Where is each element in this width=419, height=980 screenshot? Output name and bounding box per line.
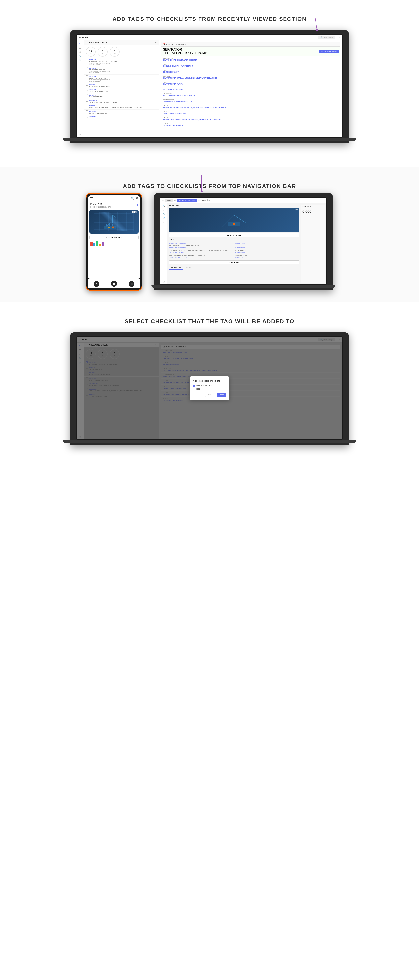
sidebar-icon-grid[interactable]: ⊞ bbox=[80, 134, 81, 135]
doc-item[interactable]: DN22-04-LXX bbox=[234, 242, 300, 246]
add-to-checklist-button[interactable]: Add this tag to checklist bbox=[319, 50, 339, 53]
list-item[interactable]: 21VX0001 bbox=[84, 115, 159, 119]
rv-item[interactable]: OIL FLOW OIL TRANSFER STREAM 1 PROVER OU… bbox=[161, 74, 340, 80]
sidebar-icon-doc[interactable]: 📄 bbox=[79, 59, 81, 62]
doc-item[interactable]: DN22-SM-E-IU-0007-C2 ELECTRICAL INTERCON… bbox=[169, 247, 234, 251]
rv-item[interactable]: VALVE NPS4 LARGE GLOBE VALVE, CLASS 600,… bbox=[161, 116, 340, 122]
phone-content: 21HV1027 OIL TRANS LN B (M320) + M320 bbox=[88, 201, 140, 248]
modal-checkbox-area-check[interactable]: ✓ Area M320 Check bbox=[193, 384, 226, 387]
close-icon[interactable]: × bbox=[338, 36, 340, 39]
rv-item-first[interactable]: SEPARATOR TEST SEPARATOR OIL PUMP Add th… bbox=[161, 46, 340, 56]
sidebar2-icon5[interactable]: ⚙ bbox=[163, 221, 164, 224]
sidebar-icon-tc[interactable]: 🔧 bbox=[79, 55, 81, 57]
modal-overlay[interactable]: Add to selected checklists ✓ Area M320 C… bbox=[76, 337, 343, 439]
doc-item[interactable]: DN22-0001 bbox=[234, 256, 300, 259]
hamburger-icon[interactable]: ≡ bbox=[79, 36, 81, 39]
rv-category: PUMP bbox=[163, 81, 339, 83]
nav-tag-id[interactable]: 20N0001 bbox=[164, 199, 173, 202]
rv-name: SWITCHBOARD GENERATOR INCOMER bbox=[163, 59, 339, 61]
phone-back-btn[interactable]: ◀ bbox=[94, 281, 99, 287]
modal-done-button[interactable]: Done bbox=[217, 393, 226, 397]
list-item[interactable]: 20N0400-07 SWITCHBOARD GENERATOR INCOMER bbox=[84, 99, 159, 104]
phone-hamburger[interactable] bbox=[90, 197, 93, 199]
rv-item[interactable]: LAUNCHER TRANSFER PIPELINE PIG LAUNCHER bbox=[161, 92, 340, 98]
checkbox[interactable] bbox=[86, 84, 88, 86]
modal-cancel-button[interactable]: Cancel bbox=[205, 393, 215, 397]
doc-item[interactable]: DN22-SM-R-DS-2003 MECHANICAL DATA SHEET:… bbox=[169, 252, 234, 256]
phone-home-btn[interactable]: ⬤ bbox=[111, 281, 117, 287]
rv-item[interactable]: PUMP OIL PUMP DISCHARGE bbox=[161, 122, 340, 128]
modal-checkbox-2[interactable] bbox=[193, 388, 195, 390]
svg-rect-2 bbox=[100, 221, 128, 221]
rv-category: PKG bbox=[163, 87, 339, 89]
list-item[interactable]: 13B01323 G1 WTR INJ DHOLE VLV bbox=[84, 110, 159, 115]
doc-desc: MECHANICAL DATA SHEET: TEST SEPARATOR OI… bbox=[169, 255, 234, 256]
nav-plus-icon[interactable]: + bbox=[198, 199, 199, 202]
checkbox[interactable] bbox=[86, 75, 88, 77]
list-item[interactable]: 21PT1019 LAUN TO OIL TRANS LN B bbox=[84, 88, 159, 94]
tab-images[interactable]: IMAGES bbox=[183, 266, 193, 270]
phone-see-3d-button[interactable]: SEE 3D MODEL bbox=[89, 235, 139, 239]
rv-item[interactable]: COMPRESSOR Vilkropen Item 2 Liftkompress… bbox=[161, 98, 340, 104]
sidebar2-icon2[interactable]: ⬡ bbox=[163, 209, 164, 211]
rv-item[interactable]: LINE LAUN TO OIL TRANS LN B bbox=[161, 110, 340, 116]
nav-hamburger[interactable]: ≡ bbox=[162, 199, 164, 202]
sidebar2-icon-bottom[interactable]: ⊞ bbox=[163, 281, 164, 283]
list-item[interactable]: 21PT1021 OILGAS PEN A TO DO cornel.beren… bbox=[84, 67, 159, 75]
doc-item[interactable]: DN22-S10419 LIFTING BEAM 0 bbox=[234, 247, 300, 251]
doc-item[interactable]: DN22-SM-PVB-2003-C1 PROCESS P&ID TEST SE… bbox=[169, 242, 234, 246]
list-item[interactable]: 21PT1017 TRANSFER PIPELINE PIG LAUNCHER … bbox=[84, 58, 159, 67]
sidebar2-icon3[interactable]: 🔧 bbox=[163, 213, 165, 215]
modal-checkbox-1[interactable]: ✓ bbox=[193, 385, 195, 387]
svg-line-4 bbox=[113, 215, 120, 221]
list-item[interactable]: 31GB1016 NPS4 LARGE GLOBE VALVE, CLASS 6… bbox=[84, 104, 159, 110]
checkbox[interactable] bbox=[86, 94, 88, 96]
doc-item[interactable]: DN22-SM-S-KE-C121-C1 bbox=[169, 256, 234, 259]
view-docs-button[interactable]: VIEW DOCS bbox=[169, 260, 300, 264]
list-item[interactable]: 20N0001 TEST SEPARATOR OIL PUMP bbox=[84, 83, 159, 88]
nav-dots: ••• bbox=[174, 199, 176, 201]
model-title: 3D MODEL bbox=[169, 205, 300, 207]
checkbox[interactable] bbox=[86, 116, 88, 118]
phone-add-icon[interactable]: + bbox=[137, 203, 139, 207]
checkbox[interactable] bbox=[86, 110, 88, 112]
rv-item[interactable]: PKG OIL TRANS MTRO PKG bbox=[161, 86, 340, 92]
checklist-menu[interactable]: ••• bbox=[155, 41, 157, 44]
checkbox[interactable] bbox=[86, 67, 88, 69]
back-arrow[interactable]: ← bbox=[86, 41, 88, 44]
search-bar[interactable]: 🔍 Search tags bbox=[318, 36, 335, 39]
rv-item[interactable]: PUMP COOLING OIL CIRC. PUMP MOTOR bbox=[161, 62, 340, 68]
checkbox[interactable] bbox=[86, 105, 88, 107]
chart-bar-2 bbox=[93, 243, 96, 246]
checkbox[interactable] bbox=[86, 59, 88, 61]
doc-id: DN22-SM-S-KE-C121-C1 bbox=[169, 256, 234, 258]
sidebar-icon-tag[interactable]: 🏷 bbox=[79, 42, 81, 45]
sidebar2-icon4[interactable]: 📄 bbox=[163, 217, 165, 220]
sidebar-icon-list[interactable]: ☰ bbox=[79, 47, 81, 49]
rv-item[interactable]: PUMP OIL TRANSFER PUMP A bbox=[161, 80, 340, 86]
list-item[interactable]: 21PT1006 OIL TRANS MTRO PKG cornel.beren… bbox=[84, 75, 159, 83]
search-icon: 🔍 bbox=[320, 37, 322, 38]
checkbox[interactable] bbox=[86, 89, 88, 91]
phone-recent-btn[interactable]: ⬛ bbox=[129, 281, 134, 287]
see-3d-button[interactable]: SEE 3D MODEL bbox=[169, 233, 300, 237]
sidebar-icon-cube[interactable]: ⬡ bbox=[79, 51, 81, 53]
rv-item[interactable]: VALVE NPS6 DUAL PLATE CHECK VALVE, CLASS… bbox=[161, 104, 340, 110]
rv-item[interactable]: PUMP SKU FEED PUMP A bbox=[161, 68, 340, 74]
item-label: TRANSFER PIPELINE PIG LAUNCHER bbox=[89, 61, 118, 63]
modal-checkbox-test[interactable]: Test bbox=[193, 388, 226, 390]
nav-add-to-checklist-button[interactable]: Add this tag to checklist bbox=[177, 199, 197, 202]
phone-mini-chart bbox=[89, 240, 139, 246]
rv-name: Vilkropen Item 2 Liftkompressor A bbox=[163, 101, 339, 103]
list-item[interactable]: 20P000 A SKU FEED PUMP A bbox=[84, 94, 159, 99]
phone-search-icon[interactable]: 🔍 bbox=[131, 197, 134, 200]
app-layout: ≡ HOME 🔍 Search tags × bbox=[76, 35, 343, 137]
tab-properties[interactable]: PROPERTIES bbox=[169, 266, 183, 270]
doc-item[interactable]: DN22-S10419 SEPARATOR OIL L bbox=[234, 252, 300, 256]
sidebar2-icon1[interactable]: 🔍 bbox=[163, 205, 165, 207]
checkbox[interactable] bbox=[86, 100, 88, 102]
phone-close-icon[interactable]: ✕ bbox=[136, 197, 138, 200]
item-date: 06.12.2019 19:11 bbox=[89, 72, 110, 73]
section3-header: SELECT CHECKLIST THAT THE TAG WILL BE AD… bbox=[20, 310, 399, 329]
rv-item[interactable]: GENERATOR SWITCHBOARD GENERATOR INCOMER bbox=[161, 56, 340, 62]
